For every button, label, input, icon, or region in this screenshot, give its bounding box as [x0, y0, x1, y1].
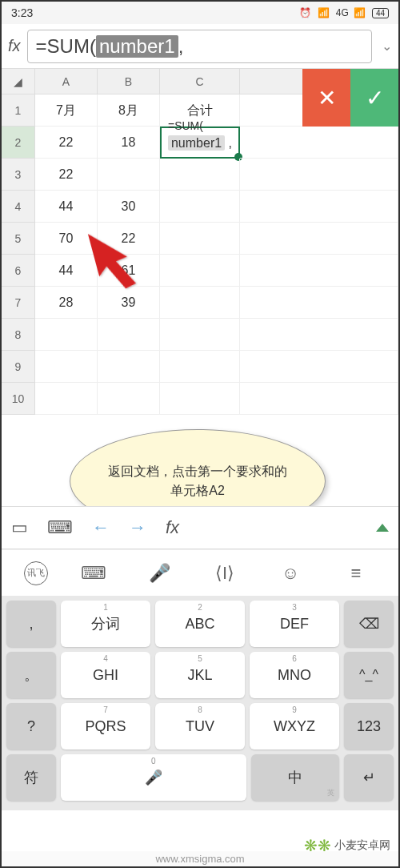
formula-suffix: , [178, 35, 184, 58]
forward-arrow-icon[interactable]: → [129, 517, 146, 538]
network-label: 4G [336, 7, 349, 18]
key-5[interactable]: 5JKL [155, 652, 245, 698]
col-header-c[interactable]: C [160, 69, 240, 94]
cell-blank[interactable] [240, 255, 398, 287]
col-header-a[interactable]: A [35, 69, 98, 94]
key-enter[interactable]: ↵ [344, 754, 394, 801]
keyboard: , 1分词 2ABC 3DEF ⌫ 。 4GHI 5JKL 6MNO ^_^ ?… [2, 596, 398, 810]
key-2[interactable]: 2ABC [155, 601, 245, 647]
cell-b1[interactable]: 8月 [98, 94, 160, 127]
spreadsheet: ◢ A B C 1 7月 8月 合计 2 22 18 =SUM( number1… [2, 69, 398, 415]
mic-icon[interactable]: 🎤 [139, 563, 179, 584]
cursor-icon[interactable]: ⟨I⟩ [205, 563, 245, 584]
status-bar: 3:23 ⏰ 📶 4G 📶 44 [2, 2, 398, 24]
menu-icon[interactable]: ≡ [336, 563, 376, 584]
key-lang[interactable]: 中英 [251, 754, 339, 801]
cell-blank[interactable] [240, 191, 398, 223]
key-backspace[interactable]: ⌫ [344, 601, 394, 647]
action-buttons: ✕ ✓ [302, 69, 398, 127]
watermark-url: www.xmsigma.com [2, 851, 398, 866]
cell-b5[interactable]: 22 [98, 223, 160, 255]
cell-a5[interactable]: 70 [35, 223, 98, 255]
iflytek-icon[interactable]: 讯飞 [24, 561, 48, 585]
row-header[interactable]: 6 [2, 255, 35, 287]
key-3[interactable]: 3DEF [250, 601, 339, 647]
row-header[interactable]: 9 [2, 351, 35, 383]
key-6[interactable]: 6MNO [250, 652, 339, 698]
row-header[interactable]: 2 [2, 127, 35, 159]
cell-blank[interactable] [240, 223, 398, 255]
back-arrow-icon[interactable]: ← [92, 517, 110, 538]
ime-toolbar: 讯飞 ⌨ 🎤 ⟨I⟩ ☺ ≡ [2, 549, 398, 596]
row-header[interactable]: 4 [2, 191, 35, 223]
cell-c4[interactable] [160, 191, 240, 223]
key-8[interactable]: 8TUV [155, 703, 245, 749]
cell-b6[interactable]: 61 [98, 255, 160, 287]
formula-overlay: =SUM( [168, 112, 203, 139]
key-symbols[interactable]: 符 [6, 754, 56, 801]
cell-a3[interactable]: 22 [35, 159, 98, 191]
signal-icon: 📶 [354, 7, 367, 18]
key-4[interactable]: 4GHI [61, 652, 150, 698]
chevron-down-icon[interactable]: ⌄ [382, 38, 392, 54]
cell-c5[interactable] [160, 223, 240, 255]
cell-a2[interactable]: 22 [35, 127, 98, 159]
cell-b7[interactable]: 39 [98, 287, 160, 319]
cell-a7[interactable]: 28 [35, 287, 98, 319]
alarm-icon: ⏰ [299, 7, 313, 18]
cancel-button[interactable]: ✕ [302, 69, 350, 127]
cell-b4[interactable]: 30 [98, 191, 160, 223]
annotation-text: 返回文档，点击第一个要求和的单元格A2 [102, 462, 293, 500]
screen-icon[interactable]: ▭ [11, 517, 28, 538]
col-header-b[interactable]: B [98, 69, 160, 94]
cell-b3[interactable] [98, 159, 160, 191]
confirm-button[interactable]: ✓ [350, 69, 398, 127]
row-header[interactable]: 10 [2, 383, 35, 415]
formula-prefix: =SUM( [36, 35, 96, 58]
cell-blank[interactable] [240, 159, 398, 191]
key-9[interactable]: 9WXYZ [250, 703, 339, 749]
collapse-icon[interactable] [376, 524, 389, 532]
cell-a1[interactable]: 7月 [35, 94, 98, 127]
emoji-icon[interactable]: ☺ [270, 563, 310, 584]
formula-input[interactable]: =SUM( number1 , [27, 30, 372, 63]
fx-button[interactable]: fx [166, 517, 179, 538]
key-7[interactable]: 7PQRS [61, 703, 150, 749]
numpad-icon[interactable]: ⌨ [47, 517, 73, 538]
cell-blank[interactable] [240, 127, 398, 159]
key-mic[interactable]: 0🎤 [61, 754, 246, 801]
cell-a6[interactable]: 44 [35, 255, 98, 287]
wifi-icon: 📶 [318, 7, 331, 18]
cell-blank[interactable] [240, 287, 398, 319]
cell[interactable] [35, 319, 98, 351]
cell-c2-selected[interactable]: =SUM( number1 , [160, 127, 240, 159]
formula-arg: number1 [96, 35, 178, 58]
cell-a4[interactable]: 44 [35, 191, 98, 223]
keyboard-icon[interactable]: ⌨ [74, 563, 114, 584]
edit-toolbar: ▭ ⌨ ← → fx [2, 506, 398, 549]
formula-bar: fx =SUM( number1 , ⌄ [2, 24, 398, 69]
key-1[interactable]: 1分词 [61, 601, 150, 647]
row-header[interactable]: 3 [2, 159, 35, 191]
key-comma[interactable]: , [6, 601, 56, 647]
row-header[interactable]: 5 [2, 223, 35, 255]
key-period[interactable]: 。 [6, 652, 56, 698]
cell-c7[interactable] [160, 287, 240, 319]
clock: 3:23 [11, 6, 33, 19]
row-header[interactable]: 1 [2, 94, 35, 127]
row-header[interactable]: 8 [2, 319, 35, 351]
cell-c6[interactable] [160, 255, 240, 287]
key-123[interactable]: 123 [344, 703, 394, 749]
key-emoji[interactable]: ^_^ [344, 652, 394, 698]
fx-label: fx [8, 37, 21, 55]
status-icons: ⏰ 📶 4G 📶 44 [299, 7, 389, 18]
battery-level: 44 [372, 8, 389, 18]
corner-cell[interactable]: ◢ [2, 69, 35, 94]
key-question[interactable]: ? [6, 703, 56, 749]
cell-c3[interactable] [160, 159, 240, 191]
cell-b2[interactable]: 18 [98, 127, 160, 159]
row-header[interactable]: 7 [2, 287, 35, 319]
